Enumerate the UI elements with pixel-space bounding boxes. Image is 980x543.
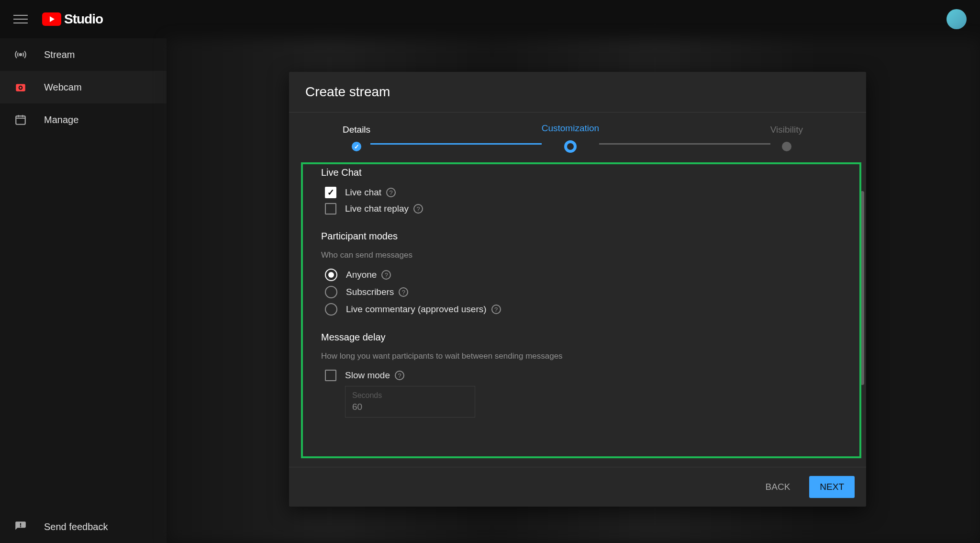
checkbox-slow-mode[interactable]: Slow mode ? [325, 370, 850, 381]
sidebar-item-label: Send feedback [44, 521, 108, 532]
input-label: Seconds [352, 391, 468, 400]
sidebar-item-label: Webcam [44, 82, 82, 93]
sidebar-item-manage[interactable]: Manage [0, 103, 167, 136]
radio-live-commentary[interactable]: Live commentary (approved users) ? [325, 303, 850, 316]
feedback-icon [14, 520, 27, 533]
checkbox-icon [325, 187, 336, 198]
scrollbar[interactable] [860, 191, 864, 385]
sidebar-item-webcam[interactable]: Webcam [0, 71, 167, 103]
check-icon [352, 142, 361, 151]
stepper: Details Customization Visibility [289, 113, 866, 153]
header: Studio [0, 0, 980, 38]
logo[interactable]: Studio [42, 11, 103, 27]
radio-subscribers[interactable]: Subscribers ? [325, 286, 850, 298]
checkbox-live-chat[interactable]: Live chat ? [325, 187, 850, 198]
help-icon[interactable]: ? [413, 204, 423, 214]
radio-icon [325, 286, 337, 298]
back-button[interactable]: BACK [755, 476, 801, 498]
live-chat-section: Live Chat Live chat ? Live chat replay ? [321, 167, 850, 215]
next-button[interactable]: NEXT [809, 476, 855, 498]
modal-header: Create stream [289, 72, 866, 113]
svg-point-3 [20, 87, 22, 89]
create-stream-modal: Create stream Details Customization Visi… [289, 72, 866, 507]
seconds-input[interactable]: Seconds 60 [345, 386, 475, 418]
checkbox-live-chat-replay[interactable]: Live chat replay ? [325, 203, 850, 215]
radio-icon [325, 303, 337, 316]
section-subtext: Who can send messages [321, 250, 850, 260]
sidebar-item-label: Manage [44, 114, 78, 125]
step-visibility[interactable]: Visibility [770, 124, 803, 151]
help-icon[interactable]: ? [395, 371, 404, 380]
help-icon[interactable]: ? [399, 287, 408, 297]
option-label: Live chat [345, 187, 381, 198]
calendar-icon [14, 113, 27, 126]
svg-rect-4 [16, 116, 25, 124]
message-delay-section: Message delay How long you want particip… [321, 332, 850, 418]
checkbox-icon [325, 203, 336, 215]
sidebar-item-label: Stream [44, 49, 75, 60]
stream-icon [14, 48, 27, 61]
avatar[interactable] [947, 9, 967, 29]
section-heading: Live Chat [321, 167, 850, 178]
option-label: Anyone [346, 270, 377, 280]
step-customization[interactable]: Customization [542, 123, 599, 153]
help-icon[interactable]: ? [386, 188, 396, 197]
checkbox-icon [325, 370, 336, 381]
step-dot-icon [782, 142, 791, 151]
section-heading: Message delay [321, 332, 850, 343]
radio-icon [325, 269, 337, 281]
sidebar: Stream Webcam Manage [0, 38, 167, 543]
hamburger-menu-icon[interactable] [13, 12, 28, 26]
option-label: Slow mode [345, 370, 390, 381]
radio-anyone[interactable]: Anyone ? [325, 269, 850, 281]
sidebar-item-feedback[interactable]: Send feedback [0, 510, 167, 543]
sidebar-item-stream[interactable]: Stream [0, 38, 167, 71]
youtube-play-icon [42, 12, 61, 26]
app-name: Studio [64, 11, 103, 27]
step-line [370, 143, 542, 145]
svg-rect-5 [20, 523, 21, 525]
modal-footer: BACK NEXT [289, 467, 866, 507]
modal-body: Live Chat Live chat ? Live chat replay ?… [289, 153, 866, 467]
svg-rect-6 [20, 526, 21, 527]
modal-title: Create stream [305, 84, 850, 100]
option-label: Live commentary (approved users) [346, 304, 487, 315]
webcam-icon [14, 81, 27, 93]
main-content: Create stream Details Customization Visi… [167, 38, 980, 543]
help-icon[interactable]: ? [381, 270, 391, 280]
participant-modes-section: Participant modes Who can send messages … [321, 231, 850, 316]
section-subtext: How long you want participants to wait b… [321, 351, 850, 361]
section-heading: Participant modes [321, 231, 850, 242]
step-dot-icon [564, 140, 577, 153]
help-icon[interactable]: ? [491, 305, 501, 314]
option-label: Subscribers [346, 287, 394, 297]
option-label: Live chat replay [345, 204, 409, 214]
input-value: 60 [352, 402, 468, 412]
step-details[interactable]: Details [343, 124, 370, 151]
step-line [599, 143, 770, 145]
svg-point-0 [20, 54, 22, 56]
